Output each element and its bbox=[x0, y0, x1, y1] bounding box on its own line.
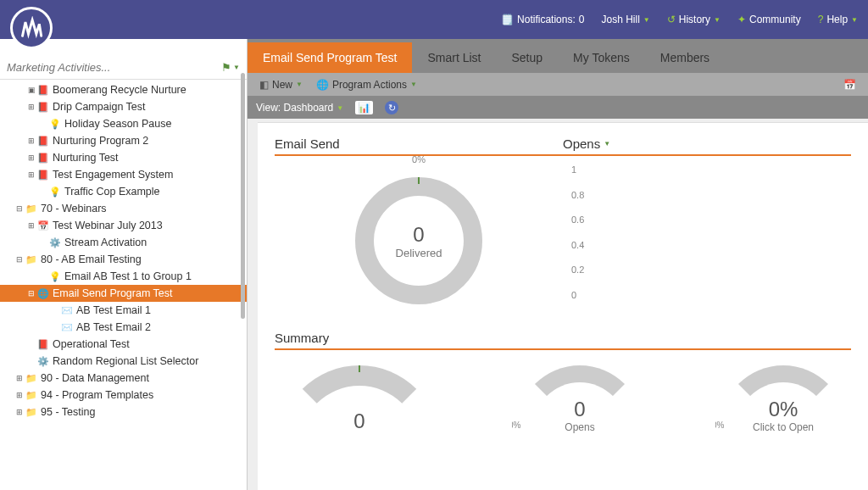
tree-item[interactable]: ⊟📁70 - Webinars bbox=[0, 200, 247, 217]
program-actions-label: Program Actions bbox=[332, 79, 407, 91]
donut-tick bbox=[418, 177, 420, 184]
note-icon: 🗒️ bbox=[501, 14, 514, 25]
notifications-button[interactable]: 🗒️ Notifications: 0 bbox=[501, 14, 584, 25]
tree-item[interactable]: ⊞📕Test Engagement System bbox=[0, 166, 247, 183]
refresh-button[interactable]: ↻ bbox=[385, 101, 398, 114]
tree-item[interactable]: 💡Traffic Cop Example bbox=[0, 183, 247, 200]
tree-view[interactable]: ▣📕Boomerang Recycle Nurture⊞📕Drip Campai… bbox=[0, 80, 247, 490]
tree-item[interactable]: ⊟📁80 - AB Email Testing bbox=[0, 251, 247, 268]
y-tick: 0.2 bbox=[571, 264, 851, 275]
view-selector[interactable]: View: Dashboard ▼ bbox=[256, 102, 343, 114]
tree-item[interactable]: ⊞📕Nurturing Test bbox=[0, 149, 247, 166]
chevron-down-icon: ▼ bbox=[851, 16, 858, 24]
tree-twisty[interactable]: ⊟ bbox=[27, 289, 36, 298]
tree-item[interactable]: 💡Email AB Test 1 to Group 1 bbox=[0, 268, 247, 285]
tree-item-label: Traffic Cop Example bbox=[64, 186, 160, 198]
tree-twisty[interactable]: ▣ bbox=[27, 86, 36, 94]
tree-item[interactable]: ✉️AB Test Email 1 bbox=[0, 302, 247, 319]
tab[interactable]: Email Send Program Test bbox=[248, 42, 412, 73]
topbar-right: 🗒️ Notifications: 0 Josh Hill ▼ ↺ Histor… bbox=[501, 14, 858, 25]
tree-twisty[interactable]: ⊞ bbox=[15, 374, 24, 382]
tree-twisty[interactable]: ⊟ bbox=[15, 204, 24, 213]
folder-icon: 📁 bbox=[25, 203, 37, 214]
prog-icon: 📕 bbox=[37, 338, 49, 350]
tab[interactable]: Members bbox=[645, 42, 725, 73]
bulb-icon: 💡 bbox=[49, 270, 61, 282]
tree-twisty[interactable]: ⊞ bbox=[15, 391, 24, 399]
history-label: History bbox=[679, 14, 710, 25]
tree-twisty[interactable]: ⊞ bbox=[27, 153, 36, 162]
tree-item[interactable]: 📕Operational Test bbox=[0, 336, 247, 353]
tree-item[interactable]: ⊞📕Drip Campaign Test bbox=[0, 98, 247, 115]
tree-item[interactable]: ⊞📁95 - Testing bbox=[0, 404, 247, 420]
history-button[interactable]: ↺ History ▼ bbox=[667, 14, 721, 25]
donut-container: 0% 0 Delivered bbox=[275, 156, 563, 326]
summary-section: Summary 0 0% 0 Opens bbox=[275, 326, 851, 433]
chevron-down-icon: ▼ bbox=[233, 64, 240, 71]
tree-item[interactable]: ▣📕Boomerang Recycle Nurture bbox=[0, 81, 247, 98]
search-filter-button[interactable]: ⚑ ▼ bbox=[221, 61, 240, 74]
tab[interactable]: Smart List bbox=[412, 42, 496, 73]
chart-underline bbox=[275, 348, 851, 350]
community-label: Community bbox=[749, 14, 801, 25]
tree-item[interactable]: ⊞📁90 - Data Management bbox=[0, 370, 247, 387]
content-area: Email Send Program TestSmart ListSetupMy… bbox=[248, 39, 868, 490]
gauge-opens[interactable]: 0% 0 Opens bbox=[512, 357, 648, 433]
bar-chart[interactable]: 10.80.60.40.20 bbox=[563, 156, 851, 309]
gauge-left-label: 0% bbox=[715, 420, 724, 430]
tree-item[interactable]: ✉️AB Test Email 2 bbox=[0, 319, 247, 336]
gauge-delivered[interactable]: 0 bbox=[275, 357, 444, 433]
tree-item-label: 94 - Program Templates bbox=[41, 389, 153, 401]
tree-item[interactable]: ⚙️Random Regional List Selector bbox=[0, 353, 247, 370]
globe-icon: 🌐 bbox=[37, 287, 49, 299]
actions-icon: 🌐 bbox=[316, 79, 329, 91]
tree-item-label: Nurturing Program 2 bbox=[53, 135, 148, 147]
scrollbar[interactable] bbox=[241, 73, 245, 319]
tree-item[interactable]: ⊞📁94 - Program Templates bbox=[0, 387, 247, 404]
chart-title[interactable]: Opens ▼ bbox=[563, 131, 851, 154]
user-menu[interactable]: Josh Hill ▼ bbox=[601, 14, 649, 25]
gear-icon: ⚙️ bbox=[49, 237, 61, 248]
tree-item-label: Random Regional List Selector bbox=[53, 355, 198, 367]
calendar-button[interactable]: 📅 bbox=[838, 77, 861, 92]
app-logo[interactable] bbox=[10, 7, 53, 49]
tree-item-label: Test Webinar July 2013 bbox=[53, 220, 163, 231]
tree-twisty[interactable]: ⊟ bbox=[15, 255, 24, 264]
gauge-click-to-open[interactable]: 0% 0% Click to Open bbox=[715, 357, 851, 433]
tree-twisty[interactable]: ⊞ bbox=[27, 103, 36, 111]
gauge-arc bbox=[516, 365, 643, 433]
prog-icon: 📕 bbox=[37, 101, 49, 113]
tab[interactable]: My Tokens bbox=[558, 42, 645, 73]
help-button[interactable]: ? Help ▼ bbox=[818, 14, 858, 25]
chevron-down-icon: ▼ bbox=[604, 140, 610, 148]
tree-item[interactable]: ⚙️Stream Activation bbox=[0, 234, 247, 251]
cal-icon: 📅 bbox=[37, 220, 49, 231]
donut-chart[interactable]: 0 Delivered bbox=[355, 177, 482, 304]
edit-view-button[interactable]: 📊 bbox=[355, 101, 373, 114]
tree-twisty[interactable]: ⊞ bbox=[27, 221, 36, 230]
tree-twisty[interactable]: ⊞ bbox=[27, 136, 36, 145]
search-input[interactable] bbox=[7, 61, 221, 74]
program-actions-button[interactable]: 🌐 Program Actions ▼ bbox=[311, 77, 422, 92]
tree-twisty[interactable]: ⊞ bbox=[15, 408, 24, 416]
chevron-down-icon: ▼ bbox=[714, 16, 721, 24]
y-tick: 1 bbox=[571, 164, 851, 175]
tree-item[interactable]: ⊞📕Nurturing Program 2 bbox=[0, 132, 247, 149]
tree-item-label: Test Engagement System bbox=[53, 169, 173, 181]
gauge-tick bbox=[359, 365, 360, 372]
tree-item[interactable]: 💡Holiday Season Pause bbox=[0, 115, 247, 132]
community-button[interactable]: ✦ Community bbox=[737, 14, 801, 25]
community-icon: ✦ bbox=[737, 14, 746, 25]
y-tick: 0.6 bbox=[571, 214, 851, 225]
tree-item[interactable]: ⊞📅Test Webinar July 2013 bbox=[0, 217, 247, 234]
tree-item[interactable]: ⊟🌐Email Send Program Test bbox=[0, 285, 247, 302]
chart-title-text: Email Send bbox=[275, 136, 340, 151]
tree-twisty[interactable]: ⊞ bbox=[27, 170, 36, 179]
donut-top-label: 0% bbox=[412, 154, 426, 164]
tab[interactable]: Setup bbox=[497, 42, 559, 73]
dashboard-canvas: Email Send 0% 0 Delivered Opens ▼ bbox=[258, 122, 868, 490]
new-button[interactable]: ◧ New ▼ bbox=[254, 77, 308, 92]
history-icon: ↺ bbox=[667, 14, 676, 25]
tree-item-label: Stream Activation bbox=[64, 237, 147, 248]
sidebar-search: ⚑ ▼ bbox=[0, 56, 247, 80]
